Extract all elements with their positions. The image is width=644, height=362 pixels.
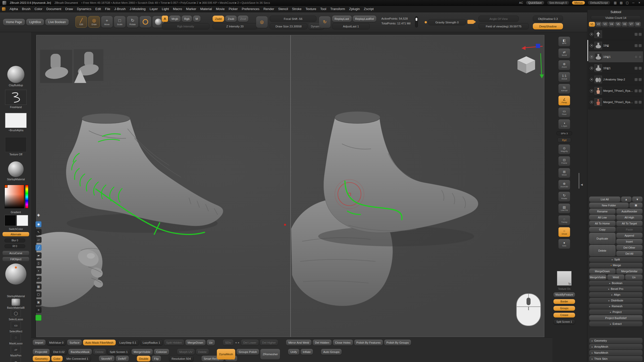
uv-toggle-icon[interactable]	[638, 101, 642, 104]
canvas-scrollbar[interactable]	[579, 173, 579, 189]
visibility-eye-icon[interactable]	[590, 67, 593, 70]
menu-movie[interactable]: Movie	[214, 7, 227, 11]
button-dynamesh[interactable]: DynaMesh	[217, 349, 235, 359]
adjust-last-slider[interactable]: AdjustLast 1	[332, 23, 370, 29]
startupmaterial-label[interactable]: StartupMaterial	[0, 295, 32, 298]
button-auto-groups[interactable]: Auto Groups	[321, 349, 342, 355]
button-split-hidden[interactable]: Split Hidden	[164, 340, 184, 345]
grid-icon[interactable]: ▦	[35, 284, 42, 290]
button-mergevisible[interactable]: MergeVisible	[589, 275, 607, 280]
tab-v3[interactable]: V3	[602, 22, 608, 27]
shelf-scroll-button[interactable]: ⇄Scroll	[558, 49, 570, 58]
rgb-intensity-slider[interactable]: Rgb Intensity	[162, 23, 210, 29]
menu-file[interactable]: File	[103, 7, 112, 11]
shelf-aahalf-button[interactable]: ½AAHalf	[558, 84, 570, 94]
menu-marker[interactable]: Marker	[184, 7, 198, 11]
scale-button[interactable]: □ Scale	[114, 16, 126, 28]
section-nanomesh[interactable]: ▸NanoMesh	[589, 350, 642, 355]
zcut-button[interactable]: Zcut	[238, 16, 248, 22]
deepshadow-button[interactable]: DeepShadow	[533, 23, 563, 29]
brush-slot-freehand[interactable]: FreeHand	[0, 90, 32, 109]
button-sdiv[interactable]: SDiv	[223, 340, 233, 345]
m-button[interactable]: M	[193, 16, 200, 22]
button-mergesimilar[interactable]: MergeSimilar	[616, 268, 643, 274]
button-groups-polish[interactable]: Groups Polish	[236, 349, 259, 355]
nav-gizmo[interactable]	[517, 44, 544, 78]
button-midvalue-0[interactable]: MidValue 0	[47, 340, 66, 345]
button-duplicate[interactable]: Duplicate	[589, 233, 616, 244]
menus-button[interactable]: Menus	[572, 1, 585, 5]
paint-toggle-icon[interactable]	[634, 33, 638, 36]
brush-slot-claybuildup[interactable]: ClayBuildup	[0, 66, 32, 87]
claybuildup-thumbnail[interactable]	[7, 66, 24, 83]
section-merge[interactable]: •Merge	[589, 263, 642, 268]
draw-button[interactable]: ◎ Draw	[88, 16, 100, 28]
menu-zscript[interactable]: Zscript	[362, 7, 376, 11]
camera-icon[interactable]	[467, 20, 474, 24]
shelf-spix-3[interactable]: SPix 3	[556, 131, 572, 135]
live-boolean-button[interactable]: Live Boolean	[45, 19, 69, 25]
button-double[interactable]: Double	[137, 356, 150, 361]
section-align[interactable]: ▸Align	[589, 292, 642, 297]
shelf-magnify-button[interactable]: ⊙Magnify	[558, 145, 570, 154]
subtool-scrollbar[interactable]	[587, 40, 588, 61]
home-page-button[interactable]: Home Page	[3, 19, 25, 25]
screen-icon[interactable]: ▢	[625, 1, 629, 5]
button-item[interactable]: ▲	[621, 197, 631, 202]
green-swatch-icon[interactable]	[35, 315, 42, 321]
picker-widget-icon[interactable]: ◈	[35, 213, 42, 219]
shelf-move-button[interactable]: ⊞Move	[558, 168, 570, 178]
menu-texture[interactable]: Texture	[303, 7, 318, 11]
replay-button[interactable]: ↻	[319, 16, 331, 28]
shelf-rotate-button[interactable]: ↻Rotate	[558, 192, 570, 201]
menu-alpha[interactable]: Alpha	[8, 7, 20, 11]
paint-toggle-icon[interactable]	[634, 78, 638, 81]
switchcolor-label[interactable]: SwitchColor	[0, 228, 32, 231]
shelf-line-fill-button[interactable]: ▤Line Fill	[558, 204, 570, 213]
doc-thumbnails[interactable]	[40, 49, 103, 83]
section-bevel-pro[interactable]: ▸Bevel Pro	[589, 286, 642, 291]
crease-button[interactable]: Crease	[553, 313, 575, 318]
section-project[interactable]: ▸Project	[589, 309, 642, 314]
button-rename[interactable]: Rename	[589, 209, 616, 214]
uv-toggle-icon[interactable]	[638, 44, 642, 47]
shelf-xyz[interactable]: Xyz	[557, 138, 571, 142]
startupmaterial-thumbnail[interactable]	[8, 161, 24, 177]
uv-toggle-icon[interactable]	[638, 78, 642, 81]
z-intensity-slider[interactable]: Z Intensity 20	[213, 23, 257, 29]
list-icon[interactable]: ≡	[35, 307, 42, 313]
menu-color[interactable]: Color	[32, 7, 44, 11]
button-close-holes[interactable]: Close Holes	[333, 340, 353, 345]
button-del-lower[interactable]: Del Lower	[241, 340, 259, 345]
brush-slot-brushalpha[interactable]: ~BrushAlpha	[0, 113, 32, 132]
button-autoreorder[interactable]: AutoReorder	[616, 209, 643, 214]
maskbyfeature-button[interactable]: MaskByFeature	[553, 292, 575, 297]
undo-icon[interactable]: ↶	[35, 276, 42, 282]
subtool-item-3[interactable]: 15발1	[589, 63, 643, 74]
field-of-view-slider[interactable]: Field of view(deg) 39.59775	[478, 23, 529, 29]
button-mergedown[interactable]: MergeDown	[185, 340, 206, 345]
angle-of-view-slider[interactable]: Angle Of View	[478, 16, 519, 22]
button-paste[interactable]: Paste	[616, 227, 643, 232]
button-surface[interactable]: Surface	[67, 340, 82, 345]
button-delete[interactable]: Delete	[196, 349, 209, 355]
button-all-low[interactable]: All Low	[589, 215, 616, 220]
tab-v1[interactable]: V1	[589, 22, 595, 27]
paint-stroke-icon[interactable]: ╱	[35, 245, 42, 251]
quicksave-button[interactable]: QuickSave	[526, 1, 544, 5]
button-mergedown[interactable]: MergeDown	[589, 268, 616, 274]
groups-button[interactable]: Groups	[553, 306, 575, 311]
section-boolean[interactable]: ▸Boolean	[589, 281, 642, 286]
paint-toggle-icon[interactable]	[634, 89, 638, 93]
menu-j-brush[interactable]: J-Brush	[112, 7, 128, 11]
button-item[interactable]: ▼	[632, 197, 642, 202]
brush-icon[interactable]: ▰	[35, 252, 42, 258]
blur-slider[interactable]: Blur 0	[5, 239, 25, 242]
zsub-button[interactable]: Zsub	[225, 16, 237, 22]
button-list-all[interactable]: List All	[589, 197, 620, 202]
button-copy[interactable]: Copy	[589, 227, 616, 232]
menu-layer[interactable]: Layer	[148, 7, 160, 11]
menu-render[interactable]: Render	[261, 7, 276, 11]
split-screen-slider[interactable]: Split Screen 1	[553, 320, 575, 324]
shelf-bpr-button[interactable]: ◧BPR	[558, 37, 570, 46]
